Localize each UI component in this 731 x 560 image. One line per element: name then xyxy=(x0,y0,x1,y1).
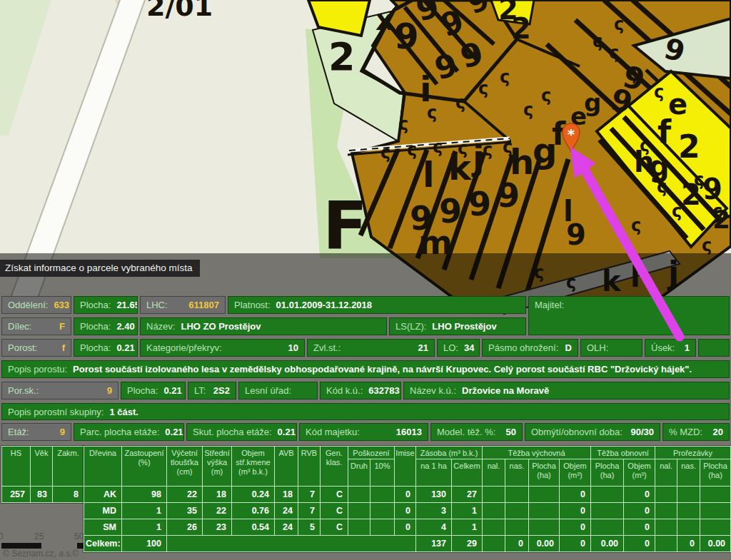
field-label: Etáž: xyxy=(8,427,29,437)
col-header-rvb: RVB xyxy=(298,447,321,487)
table-cell: 0 xyxy=(624,519,655,536)
table-cell xyxy=(348,519,370,536)
field-label: Por.sk.: xyxy=(8,385,39,396)
field-value: 633 xyxy=(54,300,69,310)
table-row: 257 83 8 xyxy=(2,487,84,503)
hatch-curl-icon: ς xyxy=(380,143,390,163)
field-value: LHO ZO Prostějov xyxy=(181,321,261,332)
map-label: k xyxy=(448,148,472,188)
field-mzd: % MZD:20 xyxy=(662,423,730,441)
table-cell xyxy=(655,503,677,519)
table-cell: 1 xyxy=(122,519,167,536)
table-cell xyxy=(655,519,677,536)
table-cell: 0.76 xyxy=(232,503,275,519)
table-cell xyxy=(591,487,624,503)
field-label: Kategorie/překryv: xyxy=(146,342,222,353)
col-header-tloustka: Výčetní tloušťka (cm) xyxy=(167,447,203,487)
field-value: 50 xyxy=(506,427,516,437)
field-platnost: Platnost:01.01.2009-31.12.2018 xyxy=(228,296,526,314)
table-cell: 257 xyxy=(2,487,31,503)
map-label: 9 xyxy=(468,185,491,223)
field-value: Držovice na Moravě xyxy=(462,385,549,396)
field-label: Pásmo ohrožení: xyxy=(488,342,558,353)
field-majitel: Majitel: xyxy=(528,296,730,335)
field-label: Oddělení: xyxy=(8,300,48,310)
table-cell xyxy=(591,503,624,519)
field-label: LS(LZ): xyxy=(395,321,426,332)
field-dilec: Dílec:F xyxy=(1,317,71,335)
table-cell: 0.54 xyxy=(232,519,275,536)
field-value: 611807 xyxy=(188,300,219,310)
map-label: x xyxy=(375,4,394,36)
table-cell: 35 xyxy=(167,503,203,519)
hatch-curl-icon: ς xyxy=(702,235,712,255)
col-group-prorezavky: Prořezávky xyxy=(655,447,731,459)
field-pasmo: Pásmo ohrožení:D xyxy=(482,339,578,357)
col-header-imise: Imise xyxy=(395,447,416,487)
field-label: Platnost: xyxy=(234,300,271,310)
field-label: LT: xyxy=(194,385,206,396)
col-group-poskozeni: Poškození xyxy=(348,447,395,459)
hatch-curl-icon: ς xyxy=(398,114,408,134)
table-cell xyxy=(370,487,395,503)
col-header-nal: nal. xyxy=(483,459,505,487)
col-header-celkem: Celkem xyxy=(452,459,483,487)
field-value: 0.21 xyxy=(165,427,183,437)
field-lslz: LS(LZ):LHO Prostějov xyxy=(389,317,526,335)
table-cell xyxy=(505,487,529,503)
col-header-objem-kmene: Objem stř.kmene (m³ b.k.) xyxy=(232,447,275,487)
field-plocha-porsk: Plocha:0.21 xyxy=(121,382,186,399)
hatch-curl-icon: ς xyxy=(631,215,641,235)
col-header-plocha-ha: Plocha (ha) xyxy=(700,459,731,487)
hatch-curl-icon: ς xyxy=(407,140,417,160)
table-cell: C xyxy=(321,487,348,503)
table-cell: 18 xyxy=(203,487,232,503)
field-plocha-porost: Plocha:0.21 xyxy=(74,339,138,357)
field-value: 632783 xyxy=(368,385,399,396)
field-label: OLH: xyxy=(587,342,608,353)
table-cell: Celkem: xyxy=(84,536,122,552)
field-value: 0.21 xyxy=(116,342,134,353)
table-cell: 0 xyxy=(560,487,591,503)
field-label: Zvl.st.: xyxy=(313,342,341,353)
col-header-plocha-ha: Plocha (ha) xyxy=(591,459,624,487)
hatch-curl-icon: ς xyxy=(523,100,533,120)
field-value: 2.40 xyxy=(116,321,134,332)
field-porsk: Por.sk.:9 xyxy=(1,382,119,399)
table-cell: 100 xyxy=(122,536,167,552)
table-cell xyxy=(677,487,700,503)
col-header-zastoupeni: Zastoupení (%) xyxy=(122,447,167,487)
table-cell: 0 xyxy=(395,519,416,536)
table-cell: 24 xyxy=(275,503,298,519)
table-cell xyxy=(529,519,560,536)
hatch-curl-icon: ς xyxy=(654,82,664,102)
field-parc-plocha: Parc. plocha etáže:0.21 xyxy=(74,423,184,441)
field-value: 21 xyxy=(418,342,428,353)
col-header-gen-klas: Gen. klas. xyxy=(321,447,348,487)
table-cell: 0 xyxy=(505,536,529,552)
table-row: AK9822180.24187C01302700 xyxy=(84,487,731,503)
table-cell xyxy=(483,487,505,503)
col-header-objem-m3: Objem (m³) xyxy=(560,459,591,487)
field-value: 34 xyxy=(464,342,474,353)
field-value: D xyxy=(565,342,572,353)
table-cell: MD xyxy=(84,503,122,519)
field-model-tez: Model. těž. %:50 xyxy=(430,423,523,441)
col-header-objem-m3: Objem (m³) xyxy=(624,459,655,487)
map-label: j xyxy=(471,138,484,178)
hatch-curl-icon: ς xyxy=(614,14,624,34)
table-cell: 22 xyxy=(203,503,232,519)
field-label: Skut. plocha etáže: xyxy=(193,427,272,437)
field-value: 20 xyxy=(713,427,723,437)
field-value: 21.65 xyxy=(116,300,138,310)
table-cell: C xyxy=(321,519,348,536)
table-cell xyxy=(655,536,677,552)
table-cell xyxy=(483,503,505,519)
table-cell: 0.00 xyxy=(591,536,624,552)
field-label: Lesní úřad: xyxy=(245,385,291,396)
map-label: 2/01 xyxy=(146,0,213,22)
col-header-nal: nal. xyxy=(655,459,677,487)
table-cell xyxy=(700,503,731,519)
table-cell: 83 xyxy=(31,487,53,503)
app-window: 0 25 50 © Seznam.cz, a.s. © ςςςςςςςςςςςς… xyxy=(0,0,731,560)
